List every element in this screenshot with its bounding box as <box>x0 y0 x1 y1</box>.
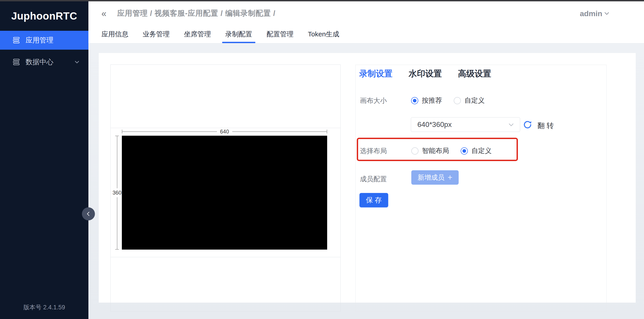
header: « 应用管理 / 视频客服-应用配置 / 编辑录制配置 / admin <box>88 1 644 25</box>
sidebar-item-label: 应用管理 <box>26 36 54 45</box>
save-button[interactable]: 保 存 <box>360 193 388 207</box>
radio-custom-size[interactable] <box>454 97 461 104</box>
plus-icon: + <box>448 173 452 181</box>
app-logo: JuphoonRTC <box>0 10 88 22</box>
tab-label: 配置管理 <box>266 30 294 39</box>
add-member-button-label: 新增成员 <box>418 173 444 182</box>
tab-label: 应用信息 <box>102 30 128 39</box>
height-dimension-label: 360 <box>112 188 122 197</box>
recording-canvas-preview[interactable] <box>122 136 327 250</box>
canvas-size-radio-group: 按推荐 自定义 <box>411 96 496 105</box>
tab-app-info[interactable]: 应用信息 <box>99 25 130 43</box>
tab-advanced-settings[interactable]: 高级设置 <box>458 68 491 79</box>
preview-empty-box-top <box>110 65 340 128</box>
user-menu[interactable]: admin <box>580 9 610 18</box>
resolution-select[interactable]: 640*360px <box>411 117 520 132</box>
settings-panel-tabs: 录制设置 水印设置 高级设置 <box>359 68 507 79</box>
add-member-button[interactable]: 新增成员 + <box>411 170 459 185</box>
version-label: 版本号 2.4.1.59 <box>0 303 88 311</box>
active-tab-underline <box>222 42 255 43</box>
sidebar-item-app-management[interactable]: 应用管理 <box>0 31 88 50</box>
resolution-select-value: 640*360px <box>417 120 508 129</box>
flip-refresh-button[interactable] <box>523 120 532 129</box>
member-config-label: 成员配置 <box>360 175 387 184</box>
preview-empty-box-bottom <box>110 257 340 311</box>
radio-recommended[interactable] <box>411 97 418 104</box>
tab-recording-settings[interactable]: 录制设置 <box>359 68 392 79</box>
rotate-icon <box>523 120 532 129</box>
back-icon[interactable]: « <box>102 9 106 18</box>
user-name: admin <box>580 9 602 18</box>
stacked-bars-icon <box>13 59 20 65</box>
tab-business-management[interactable]: 业务管理 <box>140 25 172 43</box>
sidebar: JuphoonRTC 应用管理 数据中心 版本号 2.4.1.59 <box>0 1 88 319</box>
radio-custom-size-label[interactable]: 自定义 <box>464 96 485 105</box>
width-dimension-line: 640 <box>122 130 327 133</box>
page-tabs: 应用信息 业务管理 坐席管理 录制配置 配置管理 Token生成 <box>88 25 644 43</box>
layout-radio-group: 智能布局 自定义 <box>411 146 503 155</box>
radio-custom-layout-label[interactable]: 自定义 <box>472 146 492 155</box>
radio-smart-layout-label[interactable]: 智能布局 <box>422 146 449 155</box>
tab-recording-config[interactable]: 录制配置 <box>223 25 254 43</box>
app-root: JuphoonRTC 应用管理 数据中心 版本号 2.4.1.59 <box>0 0 644 319</box>
tab-watermark-settings[interactable]: 水印设置 <box>408 68 442 79</box>
tab-label: 坐席管理 <box>184 30 211 39</box>
sidebar-item-label: 数据中心 <box>26 57 54 67</box>
tab-seat-management[interactable]: 坐席管理 <box>182 25 213 43</box>
flip-label[interactable]: 翻 转 <box>538 121 554 131</box>
chevron-left-icon <box>86 211 91 217</box>
radio-recommended-label[interactable]: 按推荐 <box>422 96 442 105</box>
canvas-size-label: 画布大小 <box>360 96 387 105</box>
layout-select-label: 选择布局 <box>360 146 387 156</box>
height-dimension-line: 360 <box>115 136 119 250</box>
breadcrumb: 应用管理 / 视频客服-应用配置 / 编辑录制配置 / <box>117 8 275 19</box>
sidebar-item-data-center[interactable]: 数据中心 <box>0 53 88 72</box>
chevron-down-icon <box>74 59 80 65</box>
chevron-down-icon <box>508 121 514 128</box>
tab-label: 录制配置 <box>225 30 252 39</box>
tab-label: Token生成 <box>308 30 339 39</box>
tab-token-generate[interactable]: Token生成 <box>306 25 342 43</box>
radio-custom-layout[interactable] <box>461 147 468 155</box>
stacked-bars-icon <box>13 37 20 43</box>
radio-smart-layout[interactable] <box>411 147 418 155</box>
tab-label: 业务管理 <box>143 30 170 39</box>
tab-config-management[interactable]: 配置管理 <box>264 25 296 43</box>
width-dimension-label: 640 <box>217 129 232 135</box>
chevron-down-icon <box>604 10 610 17</box>
sidebar-collapse-button[interactable] <box>82 207 95 220</box>
